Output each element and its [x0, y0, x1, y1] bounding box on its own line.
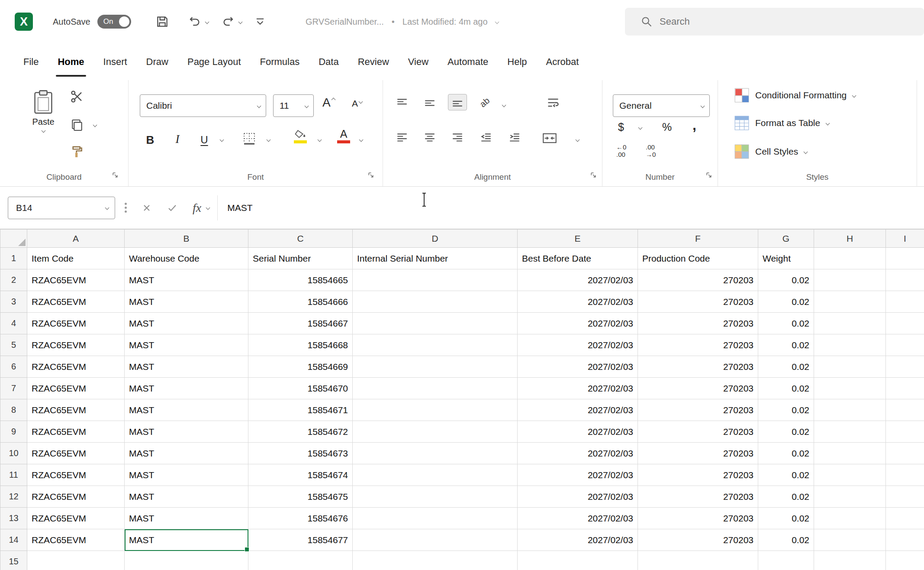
cell-E8[interactable]: 2027/02/03 — [518, 399, 638, 421]
cell-E12[interactable]: 2027/02/03 — [518, 486, 638, 508]
row-header-15[interactable]: 15 — [0, 551, 27, 570]
cell-H8[interactable] — [814, 399, 886, 421]
cell-D1[interactable]: Internal Serial Number — [353, 248, 518, 269]
merge-center-menu-chevron-icon[interactable] — [576, 138, 580, 142]
cell-E9[interactable]: 2027/02/03 — [518, 421, 638, 443]
column-header-a[interactable]: A — [27, 230, 125, 248]
cell-A9[interactable]: RZAC65EVM — [27, 421, 125, 443]
cell-E15[interactable] — [518, 551, 638, 570]
cell-C6[interactable]: 15854669 — [248, 356, 353, 378]
cell-H6[interactable] — [814, 356, 886, 378]
redo-menu-chevron-icon[interactable] — [238, 19, 242, 24]
document-title-area[interactable]: GRVSerialNumber... • Last Modified: 4m a… — [306, 0, 499, 43]
cell-G5[interactable]: 0.02 — [758, 334, 814, 356]
align-middle-button[interactable] — [424, 97, 436, 109]
number-dialog-launcher[interactable] — [705, 172, 713, 181]
increase-indent-button[interactable] — [509, 132, 521, 143]
cell-C13[interactable]: 15854676 — [248, 508, 353, 529]
cell-C8[interactable]: 15854671 — [248, 399, 353, 421]
column-header-h[interactable]: H — [814, 230, 886, 248]
search-box[interactable]: Search — [625, 8, 924, 36]
fill-color-button[interactable] — [294, 130, 307, 143]
cell-D4[interactable] — [353, 313, 518, 334]
copy-button[interactable] — [70, 118, 84, 132]
cell-H7[interactable] — [814, 378, 886, 399]
cell-F8[interactable]: 270203 — [638, 399, 758, 421]
paste-menu-chevron-icon[interactable] — [41, 129, 45, 133]
cell-F4[interactable]: 270203 — [638, 313, 758, 334]
cell-C1[interactable]: Serial Number — [248, 248, 353, 269]
wrap-text-button[interactable] — [547, 97, 560, 109]
currency-menu-chevron-icon[interactable] — [638, 126, 643, 130]
bold-button[interactable]: B — [142, 130, 158, 149]
cell-I15[interactable] — [886, 551, 924, 570]
cell-G4[interactable]: 0.02 — [758, 313, 814, 334]
cell-F6[interactable]: 270203 — [638, 356, 758, 378]
tab-insert[interactable]: Insert — [94, 43, 137, 80]
formula-bar-chevron-icon[interactable] — [206, 206, 210, 210]
cell-A3[interactable]: RZAC65EVM — [27, 291, 125, 313]
cell-H5[interactable] — [814, 334, 886, 356]
row-header-11[interactable]: 11 — [0, 464, 27, 486]
row-header-2[interactable]: 2 — [0, 269, 27, 291]
cell-A10[interactable]: RZAC65EVM — [27, 443, 125, 464]
cell-G10[interactable]: 0.02 — [758, 443, 814, 464]
cell-G13[interactable]: 0.02 — [758, 508, 814, 529]
tab-formulas[interactable]: Formulas — [251, 43, 309, 80]
cell-A7[interactable]: RZAC65EVM — [27, 378, 125, 399]
column-header-f[interactable]: F — [638, 230, 758, 248]
merge-center-button[interactable] — [542, 132, 557, 144]
cell-F10[interactable]: 270203 — [638, 443, 758, 464]
cell-C7[interactable]: 15854670 — [248, 378, 353, 399]
decrease-font-size-button[interactable]: A — [352, 98, 362, 109]
fill-color-menu-chevron-icon[interactable] — [318, 138, 322, 142]
row-header-12[interactable]: 12 — [0, 486, 27, 508]
decrease-indent-button[interactable] — [480, 132, 492, 143]
cell-D15[interactable] — [353, 551, 518, 570]
alignment-dialog-launcher[interactable] — [590, 172, 597, 181]
cell-G11[interactable]: 0.02 — [758, 464, 814, 486]
cell-E11[interactable]: 2027/02/03 — [518, 464, 638, 486]
row-header-8[interactable]: 8 — [0, 399, 27, 421]
column-header-b[interactable]: B — [125, 230, 248, 248]
cell-F7[interactable]: 270203 — [638, 378, 758, 399]
title-menu-chevron-icon[interactable] — [495, 19, 499, 24]
cell-G9[interactable]: 0.02 — [758, 421, 814, 443]
orientation-menu-chevron-icon[interactable] — [502, 103, 506, 107]
row-header-13[interactable]: 13 — [0, 508, 27, 529]
cell-I12[interactable] — [886, 486, 924, 508]
underline-button[interactable]: U — [197, 130, 212, 149]
cell-D5[interactable] — [353, 334, 518, 356]
cell-E5[interactable]: 2027/02/03 — [518, 334, 638, 356]
cell-A5[interactable]: RZAC65EVM — [27, 334, 125, 356]
cell-G14[interactable]: 0.02 — [758, 529, 814, 551]
tab-page-layout[interactable]: Page Layout — [178, 43, 251, 80]
orientation-button[interactable]: ab — [480, 97, 489, 107]
cell-E7[interactable]: 2027/02/03 — [518, 378, 638, 399]
cell-I8[interactable] — [886, 399, 924, 421]
cell-A14[interactable]: RZAC65EVM — [27, 529, 125, 551]
cell-E6[interactable]: 2027/02/03 — [518, 356, 638, 378]
row-header-6[interactable]: 6 — [0, 356, 27, 378]
cell-I13[interactable] — [886, 508, 924, 529]
cell-C12[interactable]: 15854675 — [248, 486, 353, 508]
formula-input[interactable]: MAST — [227, 203, 252, 213]
paste-button[interactable]: Paste — [23, 90, 64, 132]
cell-D8[interactable] — [353, 399, 518, 421]
font-color-menu-chevron-icon[interactable] — [359, 138, 364, 142]
column-header-e[interactable]: E — [518, 230, 638, 248]
cell-C3[interactable]: 15854666 — [248, 291, 353, 313]
cell-D13[interactable] — [353, 508, 518, 529]
cell-I14[interactable] — [886, 529, 924, 551]
cell-A1[interactable]: Item Code — [27, 248, 125, 269]
decrease-decimal-button[interactable]: .00 →0 — [646, 143, 656, 158]
cell-E4[interactable]: 2027/02/03 — [518, 313, 638, 334]
cell-I3[interactable] — [886, 291, 924, 313]
cut-button[interactable] — [70, 90, 84, 104]
column-header-d[interactable]: D — [353, 230, 518, 248]
cell-I11[interactable] — [886, 464, 924, 486]
redo-button[interactable] — [222, 15, 235, 28]
cell-B15[interactable] — [125, 551, 248, 570]
cell-B11[interactable]: MAST — [125, 464, 248, 486]
cell-H14[interactable] — [814, 529, 886, 551]
